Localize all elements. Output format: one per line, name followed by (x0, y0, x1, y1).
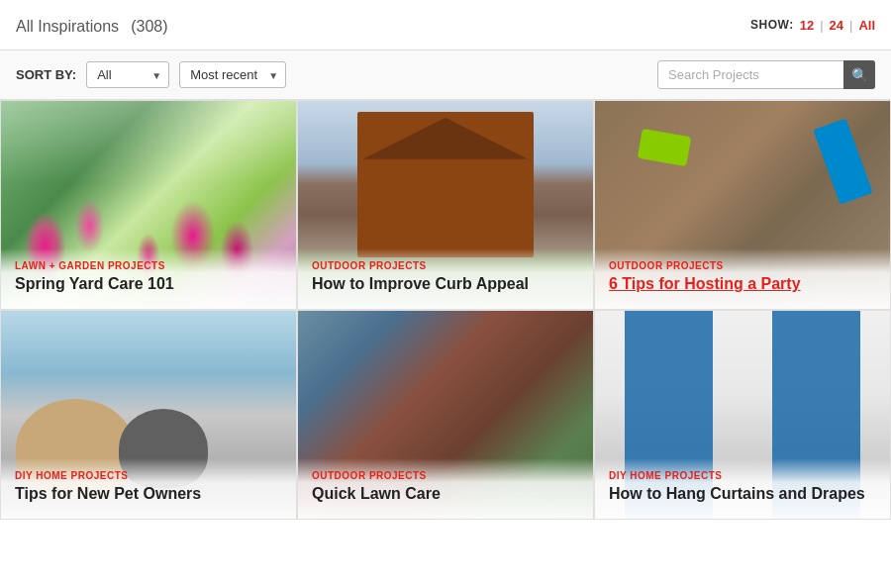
card-category: DIY HOME PROJECTS (15, 470, 282, 481)
search-button[interactable]: 🔍 (843, 60, 875, 89)
toolbar: SORT BY: All Newest Oldest ▼ Most recent… (0, 50, 891, 100)
card-title: Quick Lawn Care (312, 484, 579, 505)
card-lawnwork[interactable]: OUTDOOR PROJECTSQuick Lawn Care (297, 310, 594, 520)
search-wrapper: 🔍 (657, 60, 875, 89)
title-text: All Inspirations (16, 18, 119, 35)
card-overlay: OUTDOOR PROJECTSQuick Lawn Care (298, 458, 593, 519)
card-category: OUTDOOR PROJECTS (312, 470, 579, 481)
card-title: How to Hang Curtains and Drapes (609, 484, 876, 505)
card-overlay: OUTDOOR PROJECTSHow to Improve Curb Appe… (298, 248, 593, 309)
card-category: OUTDOOR PROJECTS (312, 260, 579, 271)
card-title: Spring Yard Care 101 (15, 274, 282, 295)
sort-order-wrapper: Most recent Oldest first ▼ (179, 61, 286, 88)
card-title: Tips for New Pet Owners (15, 484, 282, 505)
show-12-link[interactable]: 12 (800, 18, 814, 33)
card-curtains[interactable]: DIY HOME PROJECTSHow to Hang Curtains an… (594, 310, 891, 520)
title-count: (308) (131, 18, 167, 35)
show-controls: SHOW: 12 | 24 | All (750, 18, 875, 33)
show-24-link[interactable]: 24 (830, 18, 843, 33)
card-overlay: DIY HOME PROJECTSTips for New Pet Owners (1, 458, 296, 519)
card-category: LAWN + GARDEN PROJECTS (15, 260, 282, 271)
sort-by-select[interactable]: All Newest Oldest (86, 61, 169, 88)
page-header: All Inspirations (308) SHOW: 12 | 24 | A… (0, 0, 891, 50)
card-title: How to Improve Curb Appeal (312, 274, 579, 295)
card-garden[interactable]: LAWN + GARDEN PROJECTSSpring Yard Care 1… (0, 100, 297, 310)
card-overlay: DIY HOME PROJECTSHow to Hang Curtains an… (595, 458, 890, 519)
search-input[interactable] (657, 60, 875, 89)
sort-by-label: SORT BY: (16, 67, 76, 82)
search-icon: 🔍 (851, 67, 868, 83)
cards-grid: LAWN + GARDEN PROJECTSSpring Yard Care 1… (0, 100, 891, 520)
card-category: OUTDOOR PROJECTS (609, 260, 876, 271)
card-house[interactable]: OUTDOOR PROJECTSHow to Improve Curb Appe… (297, 100, 594, 310)
sort-controls: SORT BY: All Newest Oldest ▼ Most recent… (16, 61, 286, 88)
sort-by-wrapper: All Newest Oldest ▼ (86, 61, 169, 88)
card-pets[interactable]: DIY HOME PROJECTSTips for New Pet Owners (0, 310, 297, 520)
show-label: SHOW: (750, 18, 794, 32)
card-overlay: OUTDOOR PROJECTS6 Tips for Hosting a Par… (595, 248, 890, 309)
card-category: DIY HOME PROJECTS (609, 470, 876, 481)
show-all-link[interactable]: All (858, 18, 875, 33)
card-overlay: LAWN + GARDEN PROJECTSSpring Yard Care 1… (1, 248, 296, 309)
page-title: All Inspirations (308) (16, 12, 168, 38)
card-tools[interactable]: OUTDOOR PROJECTS6 Tips for Hosting a Par… (594, 100, 891, 310)
card-title[interactable]: 6 Tips for Hosting a Party (609, 274, 876, 295)
sort-order-select[interactable]: Most recent Oldest first (179, 61, 286, 88)
